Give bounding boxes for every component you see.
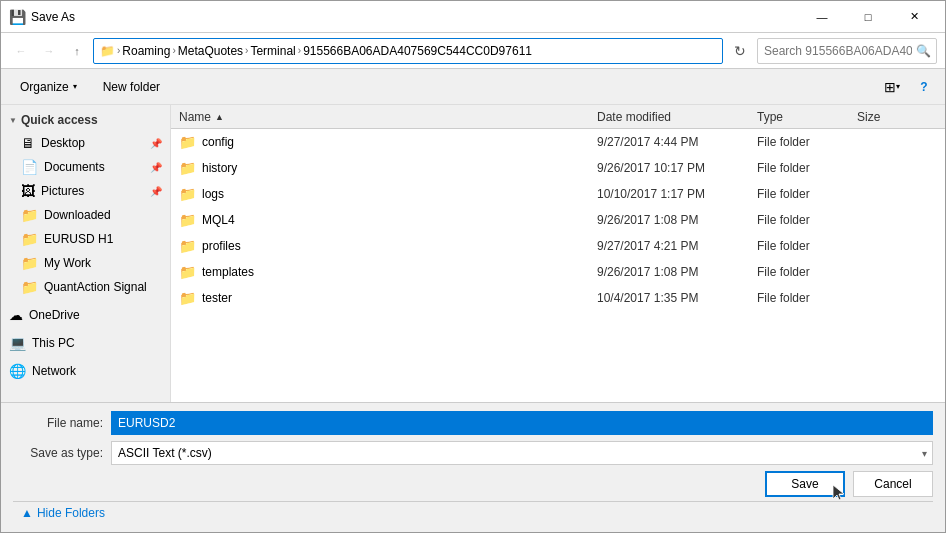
thispc-icon: 💻 — [9, 335, 26, 351]
search-wrapper: 🔍 — [757, 38, 937, 64]
col-size-header[interactable]: Size — [857, 110, 937, 124]
sort-arrow: ▲ — [215, 112, 224, 122]
sidebar-item-desktop[interactable]: 🖥 Desktop 📌 — [1, 131, 170, 155]
file-date: 9/27/2017 4:44 PM — [597, 135, 757, 149]
file-date: 9/26/2017 1:08 PM — [597, 265, 757, 279]
thispc-label: This PC — [32, 336, 75, 350]
file-row-name: 📁 tester — [179, 290, 597, 306]
network-label: Network — [32, 364, 76, 378]
new-folder-label: New folder — [103, 80, 160, 94]
organize-dropdown-arrow: ▾ — [73, 82, 77, 91]
search-input[interactable] — [757, 38, 937, 64]
file-row-name: 📁 MQL4 — [179, 212, 597, 228]
file-date: 9/26/2017 1:08 PM — [597, 213, 757, 227]
col-name-header[interactable]: Name ▲ — [179, 110, 597, 124]
sidebar-item-onedrive[interactable]: ☁ OneDrive — [1, 303, 170, 327]
file-row-name: 📁 config — [179, 134, 597, 150]
table-row[interactable]: 📁 logs 10/10/2017 1:17 PM File folder — [171, 181, 945, 207]
back-button[interactable]: ← — [9, 39, 33, 63]
documents-pin-icon: 📌 — [150, 162, 162, 173]
hide-folders-arrow: ▲ — [21, 506, 33, 520]
address-path[interactable]: 📁 › Roaming › MetaQuotes › Terminal › 91… — [93, 38, 723, 64]
sidebar-item-eurusd-h1[interactable]: 📁 EURUSD H1 — [1, 227, 170, 251]
path-terminal: Terminal — [250, 44, 295, 58]
saveastype-wrapper: ASCII Text (*.csv) ▾ — [111, 441, 933, 465]
save-label: Save — [791, 477, 818, 491]
folder-icon: 📁 — [179, 290, 196, 306]
sidebar-item-thispc[interactable]: 💻 This PC — [1, 331, 170, 355]
minimize-button[interactable]: — — [799, 1, 845, 33]
file-row-name: 📁 history — [179, 160, 597, 176]
view-dropdown-arrow: ▾ — [896, 82, 900, 91]
table-row[interactable]: 📁 config 9/27/2017 4:44 PM File folder — [171, 129, 945, 155]
file-type: File folder — [757, 161, 857, 175]
sidebar-item-documents[interactable]: 📄 Documents 📌 — [1, 155, 170, 179]
file-name-text: MQL4 — [202, 213, 235, 227]
title-bar-buttons: — □ ✕ — [799, 1, 937, 33]
onedrive-label: OneDrive — [29, 308, 80, 322]
path-folder-icon: 📁 — [100, 44, 115, 58]
sidebar-item-network[interactable]: 🌐 Network — [1, 359, 170, 383]
folder-icon: 📁 — [179, 238, 196, 254]
file-date: 10/10/2017 1:17 PM — [597, 187, 757, 201]
quant-action-label: QuantAction Signal — [44, 280, 147, 294]
cancel-button[interactable]: Cancel — [853, 471, 933, 497]
refresh-button[interactable]: ↻ — [727, 38, 753, 64]
filename-input[interactable] — [111, 411, 933, 435]
saveastype-select[interactable]: ASCII Text (*.csv) — [111, 441, 933, 465]
sidebar-item-downloaded[interactable]: 📁 Downloaded — [1, 203, 170, 227]
table-row[interactable]: 📁 profiles 9/27/2017 4:21 PM File folder — [171, 233, 945, 259]
path-roaming: Roaming — [122, 44, 170, 58]
file-row-name: 📁 profiles — [179, 238, 597, 254]
file-type: File folder — [757, 135, 857, 149]
file-name-text: logs — [202, 187, 224, 201]
forward-button[interactable]: → — [37, 39, 61, 63]
downloaded-label: Downloaded — [44, 208, 111, 222]
documents-label: Documents — [44, 160, 105, 174]
table-row[interactable]: 📁 history 9/26/2017 10:17 PM File folder — [171, 155, 945, 181]
title-bar: 💾 Save As — □ ✕ — [1, 1, 945, 33]
view-button[interactable]: ⊞ ▾ — [877, 74, 907, 100]
file-type: File folder — [757, 239, 857, 253]
new-folder-button[interactable]: New folder — [92, 74, 171, 100]
file-name-text: tester — [202, 291, 232, 305]
thispc-section: 💻 This PC — [1, 331, 170, 355]
desktop-label: Desktop — [41, 136, 85, 150]
folder-icon: 📁 — [179, 264, 196, 280]
onedrive-icon: ☁ — [9, 307, 23, 323]
my-work-label: My Work — [44, 256, 91, 270]
up-button[interactable]: ↑ — [65, 39, 89, 63]
eurusd-h1-label: EURUSD H1 — [44, 232, 113, 246]
file-name-text: config — [202, 135, 234, 149]
col-type-header[interactable]: Type — [757, 110, 857, 124]
folder-icon: 📁 — [179, 186, 196, 202]
pictures-pin-icon: 📌 — [150, 186, 162, 197]
hide-folders-row[interactable]: ▲ Hide Folders — [13, 501, 933, 524]
toolbar: Organize ▾ New folder ⊞ ▾ ? — [1, 69, 945, 105]
quick-access-section: ▼ Quick access 🖥 Desktop 📌 📄 Documents 📌… — [1, 109, 170, 299]
onedrive-section: ☁ OneDrive — [1, 303, 170, 327]
quick-access-toggle: ▼ — [9, 116, 17, 125]
saveastype-label: Save as type: — [13, 446, 103, 460]
close-button[interactable]: ✕ — [891, 1, 937, 33]
col-date-header[interactable]: Date modified — [597, 110, 757, 124]
help-button[interactable]: ? — [911, 74, 937, 100]
organize-label: Organize — [20, 80, 69, 94]
sidebar-item-my-work[interactable]: 📁 My Work — [1, 251, 170, 275]
file-row-name: 📁 templates — [179, 264, 597, 280]
sidebar-item-quant-action[interactable]: 📁 QuantAction Signal — [1, 275, 170, 299]
title-text: Save As — [31, 10, 799, 24]
network-icon: 🌐 — [9, 363, 26, 379]
quick-access-label: Quick access — [21, 113, 98, 127]
save-button[interactable]: Save — [765, 471, 845, 497]
sidebar-item-pictures[interactable]: 🖼 Pictures 📌 — [1, 179, 170, 203]
table-row[interactable]: 📁 tester 10/4/2017 1:35 PM File folder — [171, 285, 945, 311]
file-name-text: profiles — [202, 239, 241, 253]
file-list: Name ▲ Date modified Type Size 📁 config … — [171, 105, 945, 402]
table-row[interactable]: 📁 MQL4 9/26/2017 1:08 PM File folder — [171, 207, 945, 233]
file-rows-container: 📁 config 9/27/2017 4:44 PM File folder 📁… — [171, 129, 945, 311]
table-row[interactable]: 📁 templates 9/26/2017 1:08 PM File folde… — [171, 259, 945, 285]
maximize-button[interactable]: □ — [845, 1, 891, 33]
quick-access-header[interactable]: ▼ Quick access — [1, 109, 170, 131]
organize-button[interactable]: Organize ▾ — [9, 74, 88, 100]
